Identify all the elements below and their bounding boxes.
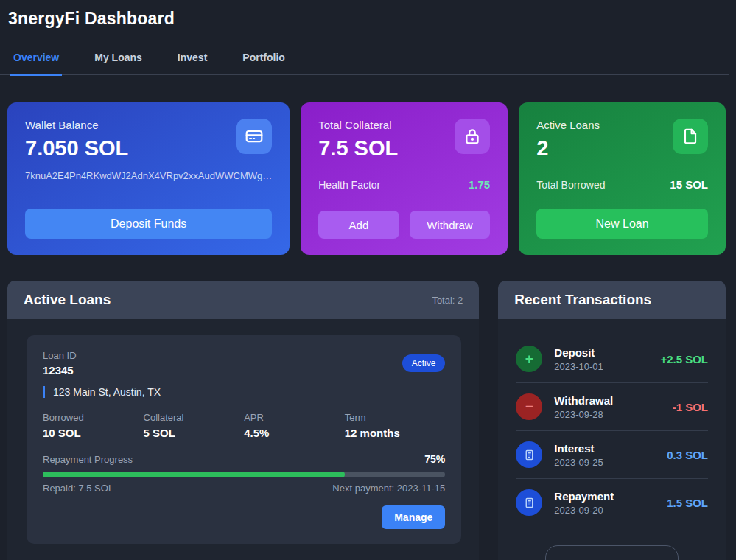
receipt-icon	[516, 489, 542, 516]
deposit-funds-button[interactable]: Deposit Funds	[25, 209, 272, 239]
wallet-balance-card: Wallet Balance 7.050 SOL 7knuA2E4Pn4RKwd…	[7, 102, 290, 255]
transaction-row-withdrawal: − Withdrawal 2023-09-28 -1 SOL	[516, 382, 708, 430]
transaction-row-deposit: + Deposit 2023-10-01 +2.5 SOL	[516, 335, 708, 382]
loan-stats: Borrowed 10 SOL Collateral 5 SOL APR 4.5…	[43, 412, 445, 439]
loan-id-value: 12345	[43, 364, 77, 377]
tab-invest[interactable]: Invest	[175, 52, 210, 76]
tab-bar: Overview My Loans Invest Portfolio	[0, 52, 729, 75]
stat-collateral: Collateral 5 SOL	[144, 412, 245, 439]
plus-icon: +	[516, 346, 542, 372]
total-collateral-value: 7.5 SOL	[318, 136, 398, 161]
wallet-address: 7knuA2E4Pn4RKwdWJ2AdnX4VRpv2xxAudWWCMWg…	[25, 170, 272, 181]
summary-cards: Wallet Balance 7.050 SOL 7knuA2E4Pn4RKwd…	[7, 102, 726, 255]
transaction-row-repayment: Repayment 2023-09-20 1.5 SOL	[516, 478, 708, 526]
health-factor-label: Health Factor	[318, 179, 380, 191]
active-loans-label: Active Loans	[536, 119, 600, 131]
file-text-icon	[673, 119, 708, 154]
active-loans-panel-title: Active Loans	[24, 292, 111, 308]
repayment-progress-bar	[43, 472, 445, 477]
transaction-row-interest: Interest 2023-09-25 0.3 SOL	[516, 430, 708, 478]
stat-apr: APR 4.5%	[244, 412, 345, 439]
status-badge: Active	[402, 354, 446, 372]
tab-overview[interactable]: Overview	[10, 52, 62, 76]
health-factor-value: 1.75	[469, 178, 490, 191]
dashboard-page: 3nergyFi Dashboard Overview My Loans Inv…	[0, 0, 736, 560]
recent-transactions-title: Recent Transactions	[514, 292, 651, 308]
total-collateral-card: Total Collateral 7.5 SOL Health Factor 1…	[301, 102, 508, 255]
loan-id-label: Loan ID	[43, 350, 77, 361]
active-loans-panel: Active Loans Total: 2 Loan ID 12345 Acti…	[7, 281, 479, 560]
lock-icon	[455, 119, 490, 154]
total-borrowed-value: 15 SOL	[670, 178, 708, 191]
view-all-transactions-button[interactable]	[545, 545, 679, 560]
loans-total-count: Total: 2	[432, 295, 463, 306]
receipt-icon	[516, 441, 542, 468]
wallet-balance-label: Wallet Balance	[25, 119, 128, 131]
manage-button[interactable]: Manage	[382, 505, 445, 529]
active-loans-panel-header: Active Loans Total: 2	[7, 281, 479, 319]
repayment-progress-fill	[43, 472, 345, 477]
withdraw-collateral-button[interactable]: Withdraw	[410, 211, 490, 239]
add-collateral-button[interactable]: Add	[318, 211, 399, 239]
next-payment-date: Next payment: 2023-11-15	[332, 483, 445, 494]
wallet-balance-value: 7.050 SOL	[25, 136, 128, 161]
repayment-progress-pct: 75%	[424, 453, 445, 465]
lower-panels: Active Loans Total: 2 Loan ID 12345 Acti…	[7, 281, 726, 560]
repaid-amount: Repaid: 7.5 SOL	[43, 483, 113, 494]
stat-borrowed: Borrowed 10 SOL	[43, 412, 144, 439]
minus-icon: −	[516, 393, 542, 420]
active-loans-count: 2	[536, 136, 600, 161]
new-loan-button[interactable]: New Loan	[536, 209, 708, 239]
total-collateral-label: Total Collateral	[318, 119, 398, 131]
loan-card: Loan ID 12345 Active 123 Main St, Austin…	[27, 335, 461, 544]
recent-transactions-header: Recent Transactions	[498, 281, 726, 319]
repayment-progress-label: Repayment Progress	[43, 454, 133, 465]
active-loans-card: Active Loans 2 Total Borrowed 15 SOL New…	[519, 102, 726, 255]
credit-card-icon	[236, 119, 272, 154]
stat-term: Term 12 months	[345, 412, 446, 439]
recent-transactions-panel: Recent Transactions + Deposit 2023-10-01…	[498, 281, 726, 560]
tab-portfolio[interactable]: Portfolio	[239, 52, 288, 76]
tab-my-loans[interactable]: My Loans	[91, 52, 145, 76]
total-borrowed-label: Total Borrowed	[536, 179, 605, 191]
loan-property-address: 123 Main St, Austin, TX	[43, 386, 445, 398]
page-title: 3nergyFi Dashboard	[0, 0, 736, 29]
